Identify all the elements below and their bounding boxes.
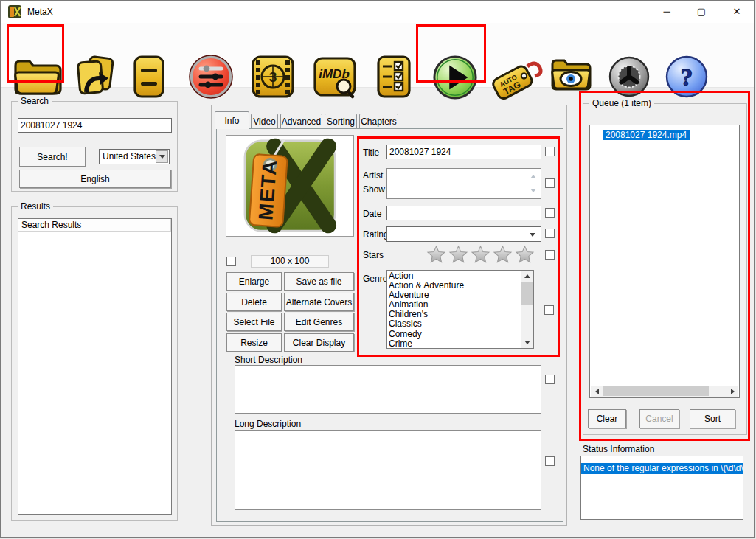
film-countdown-icon[interactable]: 3 — [250, 54, 296, 100]
svg-text:3: 3 — [269, 69, 277, 85]
cover-checkbox[interactable] — [226, 257, 236, 266]
rating-label: Rating — [363, 229, 389, 240]
results-column-header[interactable]: Search Results — [18, 219, 171, 232]
sort-button[interactable]: Sort — [690, 409, 735, 428]
spin-down-icon[interactable] — [530, 189, 536, 192]
alternate-covers-button[interactable]: Alternate Covers — [284, 293, 354, 311]
long-description-label: Long Description — [235, 419, 301, 429]
spin-up-icon[interactable] — [530, 175, 536, 178]
genre-list[interactable]: Action Action & Adventure Adventure Anim… — [386, 270, 534, 349]
country-select[interactable]: United States — [99, 149, 170, 164]
search-group: Search Search! United States English — [11, 101, 178, 192]
date-input[interactable] — [386, 206, 541, 220]
select-file-button[interactable]: Select File — [226, 313, 282, 331]
genre-item[interactable]: Comedy — [389, 330, 520, 339]
short-description-checkbox[interactable] — [545, 375, 555, 384]
genre-scrollbar[interactable] — [521, 271, 533, 348]
rating-select[interactable] — [386, 226, 541, 242]
tab-info[interactable]: Info — [215, 111, 249, 129]
minimize-button[interactable]: ─ — [650, 1, 684, 22]
clear-display-button[interactable]: Clear Display — [284, 333, 354, 352]
chevron-down-icon[interactable] — [530, 233, 535, 237]
scroll-right-icon[interactable] — [726, 386, 738, 397]
genre-label: Genre — [363, 274, 387, 284]
cover-size-label: 100 x 100 — [251, 255, 329, 268]
queue-item[interactable]: 20081027 1924.mp4 — [603, 130, 690, 140]
search-input[interactable] — [18, 118, 172, 133]
long-description-input[interactable] — [235, 430, 541, 510]
edit-genres-button[interactable]: Edit Genres — [284, 313, 354, 331]
search-results-list[interactable]: Search Results — [18, 218, 172, 515]
star-icon[interactable] — [426, 245, 446, 265]
genre-checkbox[interactable] — [544, 305, 554, 315]
tab-advanced[interactable]: Advanced — [280, 114, 322, 129]
maximize-button[interactable]: ▢ — [684, 1, 718, 22]
minimize-icon: ─ — [663, 6, 670, 17]
metax-logo: META — [242, 138, 338, 234]
stars-label: Stars — [363, 250, 384, 260]
cover-art-box[interactable]: META — [226, 135, 354, 237]
scrollbar-thumb[interactable] — [521, 282, 533, 305]
star-icon[interactable] — [493, 245, 513, 265]
show-label: Show — [363, 184, 385, 195]
play-icon[interactable] — [431, 54, 479, 101]
scrollbar-thumb[interactable] — [603, 386, 709, 396]
maximize-icon: ▢ — [697, 6, 706, 17]
resize-button[interactable]: Resize — [226, 333, 282, 352]
status-information-label: Status Information — [583, 444, 654, 454]
short-description-input[interactable] — [235, 365, 541, 414]
imdb-search-icon[interactable]: iMDb — [312, 54, 358, 100]
preferences-sliders-icon[interactable] — [188, 54, 234, 100]
artist-label: Artist — [363, 170, 383, 181]
genre-item[interactable]: Crime — [389, 339, 520, 349]
open-folder-icon[interactable] — [11, 54, 63, 98]
metax-window: MetaX ─ ▢ ✕ — [0, 0, 755, 538]
preview-folder-icon[interactable] — [549, 54, 592, 97]
help-icon[interactable]: ? — [665, 54, 709, 100]
queue-list[interactable]: 20081027 1924.mp4 — [589, 125, 740, 398]
genre-item[interactable]: Classics — [389, 319, 520, 329]
stars-rating[interactable] — [426, 245, 538, 267]
clear-button[interactable]: Clear — [588, 409, 626, 428]
archive-drawer-icon[interactable] — [132, 54, 166, 100]
long-description-checkbox[interactable] — [545, 456, 555, 466]
delete-button[interactable]: Delete — [226, 293, 282, 311]
gear-icon[interactable] — [608, 54, 650, 100]
scroll-left-icon[interactable] — [591, 386, 603, 397]
star-icon[interactable] — [515, 245, 535, 265]
status-message[interactable]: None of the regular expressions in \(\d\… — [581, 463, 743, 474]
results-group: Results Search Results — [11, 206, 178, 521]
artist-checkbox[interactable] — [545, 178, 555, 188]
enlarge-button[interactable]: Enlarge — [226, 272, 282, 291]
scroll-up-icon[interactable] — [521, 271, 533, 282]
star-icon[interactable] — [471, 245, 490, 265]
title-input[interactable] — [386, 145, 541, 159]
tab-video[interactable]: Video — [251, 114, 278, 129]
date-checkbox[interactable] — [545, 208, 555, 218]
checklist-icon[interactable] — [375, 54, 412, 100]
tab-chapters[interactable]: Chapters — [359, 114, 398, 129]
queue-group-label: Queue (1 item) — [589, 98, 654, 108]
title-checkbox[interactable] — [545, 147, 555, 156]
tab-sorting[interactable]: Sorting — [325, 114, 357, 129]
queue-h-scrollbar[interactable] — [591, 386, 738, 397]
save-as-file-button[interactable]: Save as file — [284, 272, 354, 291]
artist-show-input[interactable] — [386, 168, 541, 199]
queue-group: Queue (1 item) 20081027 1924.mp4 Clear C… — [583, 103, 747, 435]
editor-panel: Info Video Advanced Sorting Chapters MET… — [211, 105, 567, 526]
rating-checkbox[interactable] — [545, 229, 555, 238]
info-tab-page: META 100 x 100 Enlarge Save as file Dele… — [216, 128, 563, 522]
export-files-icon[interactable] — [73, 54, 117, 100]
status-list[interactable]: None of the regular expressions in \(\d\… — [580, 456, 743, 520]
search-button[interactable]: Search! — [19, 147, 86, 167]
scroll-down-icon[interactable] — [521, 337, 533, 348]
stars-checkbox[interactable] — [545, 250, 555, 260]
toolbar-separator — [125, 54, 125, 100]
auto-tag-icon[interactable]: AUTO TAG — [489, 54, 545, 100]
chevron-down-icon[interactable] — [156, 150, 168, 163]
star-icon[interactable] — [448, 245, 468, 265]
cancel-button[interactable]: Cancel — [639, 409, 679, 428]
close-button[interactable]: ✕ — [719, 1, 755, 22]
date-label: Date — [363, 209, 381, 219]
language-button[interactable]: English — [19, 170, 171, 188]
